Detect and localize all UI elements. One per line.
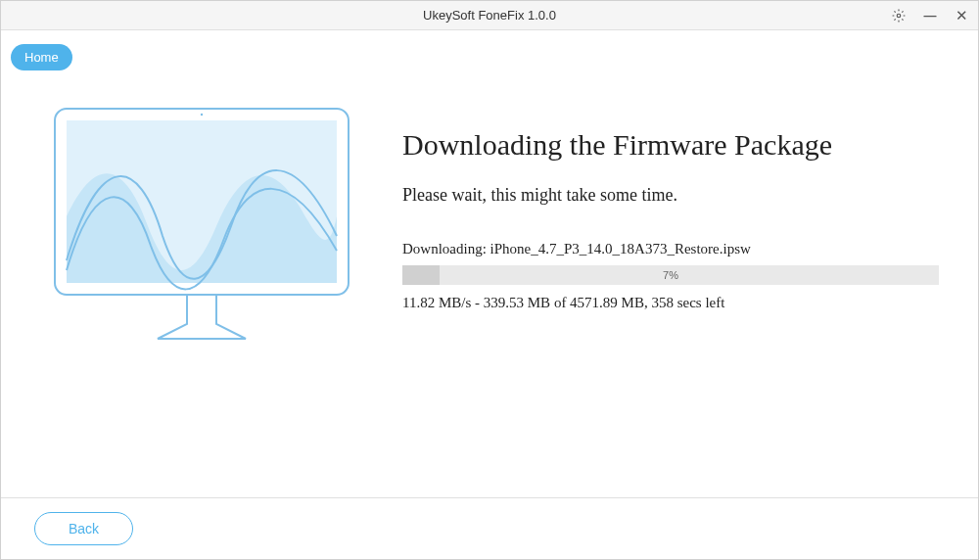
page-heading: Downloading the Firmware Package xyxy=(402,128,939,162)
download-filename-label: Downloading: iPhone_4.7_P3_14.0_18A373_R… xyxy=(402,241,939,257)
footer: Back xyxy=(1,498,978,559)
download-stats: 11.82 MB/s - 339.53 MB of 4571.89 MB, 35… xyxy=(402,295,939,311)
app-window: UkeySoft FoneFix 1.0.0 — ✕ Home xyxy=(0,0,979,560)
back-button[interactable]: Back xyxy=(34,512,133,545)
titlebar: UkeySoft FoneFix 1.0.0 — ✕ xyxy=(1,1,978,30)
window-title: UkeySoft FoneFix 1.0.0 xyxy=(423,8,556,23)
download-info: Downloading the Firmware Package Please … xyxy=(402,99,939,353)
minimize-icon[interactable]: — xyxy=(921,7,939,24)
monitor-illustration xyxy=(40,99,363,353)
progress-bar: 7% xyxy=(402,265,939,285)
content-area: Home xyxy=(1,30,978,498)
close-icon[interactable]: ✕ xyxy=(953,7,970,24)
home-tab[interactable]: Home xyxy=(11,44,72,70)
svg-point-0 xyxy=(897,14,901,18)
titlebar-controls: — ✕ xyxy=(890,7,970,24)
back-button-label: Back xyxy=(69,521,99,537)
page-subheading: Please wait, this might take some time. xyxy=(402,185,939,206)
progress-percent-text: 7% xyxy=(663,269,678,281)
gear-icon[interactable] xyxy=(890,7,908,24)
progress-fill xyxy=(402,265,440,285)
main-area: Downloading the Firmware Package Please … xyxy=(1,30,978,383)
svg-point-3 xyxy=(201,114,203,116)
home-tab-label: Home xyxy=(24,50,59,65)
